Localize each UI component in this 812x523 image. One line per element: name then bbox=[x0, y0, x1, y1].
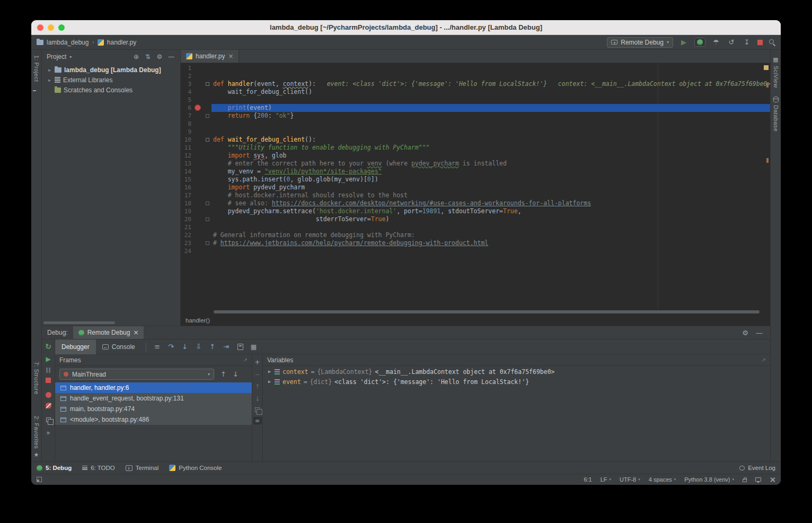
debug-session-tab[interactable]: Remote Debug × bbox=[73, 326, 144, 339]
tree-chevron-icon[interactable]: ▸ bbox=[47, 77, 52, 83]
code-line-9[interactable] bbox=[211, 128, 770, 136]
gutter-line-20[interactable]: 20 bbox=[181, 215, 211, 223]
code-line-15[interactable]: sys.path.insert(0, glob.glob(my_venv)[0]… bbox=[211, 176, 770, 184]
stripe-database-button[interactable]: Database bbox=[773, 105, 779, 132]
gutter-line-9[interactable]: 9 bbox=[181, 128, 211, 136]
resume-button[interactable]: ▶ bbox=[46, 355, 50, 363]
editor-code[interactable]: def handler(event, context): event: <cla… bbox=[211, 63, 770, 309]
database-icon[interactable] bbox=[773, 97, 779, 102]
stripe-sciview-button[interactable]: SciView bbox=[773, 66, 779, 88]
panel-corner-icon[interactable]: ↗ bbox=[762, 357, 766, 363]
error-stripe-file-mark[interactable] bbox=[764, 65, 769, 70]
gutter-line-4[interactable]: 4 bbox=[181, 88, 211, 96]
profiler-button[interactable]: ↺ bbox=[727, 38, 736, 46]
toolwindow-button-5-debug[interactable]: 5: Debug bbox=[37, 465, 72, 471]
breadcrumb-project[interactable]: lambda_debug bbox=[47, 39, 89, 46]
fold-marker-icon[interactable] bbox=[206, 202, 209, 205]
status-item-2[interactable]: LF▾ bbox=[601, 476, 611, 483]
zoom-window-button[interactable] bbox=[58, 24, 65, 31]
step-into-button[interactable]: ↓ bbox=[178, 343, 192, 351]
toolwindow-button-python-console[interactable]: Python Console bbox=[169, 465, 222, 471]
close-tab-icon[interactable]: × bbox=[228, 53, 233, 60]
variable-row-2[interactable]: ▶event={dict}<class 'dict'>: {'message':… bbox=[263, 377, 770, 387]
code-line-20[interactable]: stderrToServer=True) bbox=[211, 215, 770, 223]
gutter-line-8[interactable]: 8 bbox=[181, 120, 211, 128]
code-line-12[interactable]: import sys, glob bbox=[211, 152, 770, 160]
tree-chevron-icon[interactable]: ▸ bbox=[47, 67, 52, 73]
gutter-line-15[interactable]: 15 bbox=[181, 176, 211, 184]
frame-row-3[interactable]: main, bootstrap.py:474 bbox=[55, 404, 252, 414]
gutter-line-22[interactable]: 22 bbox=[181, 231, 211, 239]
lock-icon[interactable] bbox=[743, 479, 747, 482]
gutter-line-5[interactable]: 5 bbox=[181, 96, 211, 104]
code-line-24[interactable] bbox=[211, 247, 770, 255]
scrollbar-thumb[interactable] bbox=[214, 310, 760, 313]
code-line-14[interactable]: my_venv = "venv/lib/python*/site-package… bbox=[211, 168, 770, 176]
code-line-16[interactable]: import pydevd_pycharm bbox=[211, 184, 770, 191]
stop-button[interactable] bbox=[757, 40, 763, 45]
gutter-line-17[interactable]: 17 bbox=[181, 191, 211, 199]
step-out-button[interactable]: ↑ bbox=[206, 343, 219, 351]
gutter-line-11[interactable]: 11 bbox=[181, 144, 211, 152]
view-breakpoints-button[interactable] bbox=[46, 392, 51, 398]
gear-icon[interactable]: ⚙ bbox=[742, 329, 748, 337]
event-log-button[interactable]: Event Log bbox=[739, 465, 775, 471]
code-line-13[interactable]: # enter the correct path here to your ve… bbox=[211, 160, 770, 168]
breadcrumb-file[interactable]: handler.py bbox=[107, 39, 136, 46]
stripe-favorites-button[interactable]: 2: Favorites bbox=[33, 416, 40, 449]
add-watch-button[interactable]: + bbox=[254, 359, 260, 366]
close-session-icon[interactable]: × bbox=[133, 329, 138, 336]
breakpoint-icon[interactable] bbox=[195, 104, 201, 111]
update-button[interactable]: ↧ bbox=[742, 38, 752, 46]
frame-row-2[interactable]: handle_event_request, bootstrap.py:131 bbox=[55, 393, 252, 404]
search-everywhere-button[interactable] bbox=[769, 39, 775, 46]
gutter-line-23[interactable]: 23 bbox=[181, 239, 211, 247]
next-frame-button[interactable]: ↓ bbox=[233, 370, 239, 378]
gutter-line-13[interactable]: 13 bbox=[181, 160, 211, 168]
toolwindow-button-6-todo[interactable]: 6: TODO bbox=[82, 465, 115, 471]
status-item-5[interactable]: Python 3.8 (venv)▾ bbox=[684, 476, 734, 483]
code-line-7[interactable]: return {200: "ok"} bbox=[211, 112, 770, 120]
project-item-1[interactable]: ▸lambda_debug [Lambda Debug] bbox=[42, 65, 180, 75]
chevron-down-icon[interactable]: ▾ bbox=[69, 55, 72, 59]
status-item-1[interactable]: 6:1 bbox=[584, 476, 592, 483]
project-hscrollbar[interactable] bbox=[43, 321, 115, 324]
run-button[interactable]: ▶ bbox=[679, 38, 689, 46]
project-panel-title[interactable]: Project bbox=[47, 53, 66, 60]
gutter-line-18[interactable]: 18 bbox=[181, 199, 211, 207]
pause-button[interactable] bbox=[46, 368, 51, 373]
code-line-6[interactable]: print(event) bbox=[211, 104, 770, 112]
stop-debug-button[interactable] bbox=[46, 378, 51, 383]
previous-frame-button[interactable]: ↑ bbox=[220, 370, 226, 378]
locate-file-button[interactable]: ⊕ bbox=[132, 53, 140, 60]
fold-marker-icon[interactable] bbox=[206, 82, 209, 86]
code-line-22[interactable]: # General information on remote debuggin… bbox=[211, 231, 770, 239]
tools-icon[interactable] bbox=[770, 477, 775, 483]
gutter-line-1[interactable]: 1 bbox=[181, 64, 211, 72]
project-item-2[interactable]: ▸External Libraries bbox=[42, 75, 180, 85]
move-down-button[interactable]: ↓ bbox=[254, 395, 260, 403]
rerun-button[interactable]: ↻ bbox=[45, 342, 51, 351]
fold-marker-icon[interactable] bbox=[206, 241, 209, 245]
sciview-icon[interactable]: ▦ bbox=[773, 56, 778, 63]
fold-marker-icon[interactable] bbox=[206, 217, 209, 221]
code-line-4[interactable]: wait_for_debug_client() bbox=[211, 88, 770, 96]
star-icon[interactable]: ★ bbox=[34, 451, 39, 458]
monitor-icon[interactable] bbox=[755, 477, 761, 482]
gutter-line-7[interactable]: 7 bbox=[181, 112, 211, 120]
gutter-line-12[interactable]: 12 bbox=[181, 152, 211, 160]
more-options-button[interactable]: » bbox=[46, 429, 50, 437]
code-line-18[interactable]: # see also: https://docs.docker.com/desk… bbox=[211, 199, 770, 207]
editor-tab-handler[interactable]: handler.py × bbox=[181, 50, 239, 63]
code-line-10[interactable]: def wait_for_debug_client(): bbox=[211, 136, 770, 144]
code-line-3[interactable]: def handler(event, context): event: <cla… bbox=[211, 80, 770, 88]
collapse-all-button[interactable]: ⇅ bbox=[144, 53, 152, 60]
menu-icon[interactable]: ≡ bbox=[151, 343, 164, 351]
show-watches-toggle[interactable]: ∞ bbox=[253, 417, 262, 424]
coverage-button[interactable]: ☂ bbox=[711, 38, 721, 46]
gutter-line-10[interactable]: 10 bbox=[181, 136, 211, 144]
editor-hscrollbar[interactable] bbox=[181, 309, 770, 315]
thread-select[interactable]: MainThread ▾ bbox=[59, 369, 214, 380]
gutter-line-21[interactable]: 21 bbox=[181, 223, 211, 231]
gutter-line-14[interactable]: 14 bbox=[181, 168, 211, 176]
